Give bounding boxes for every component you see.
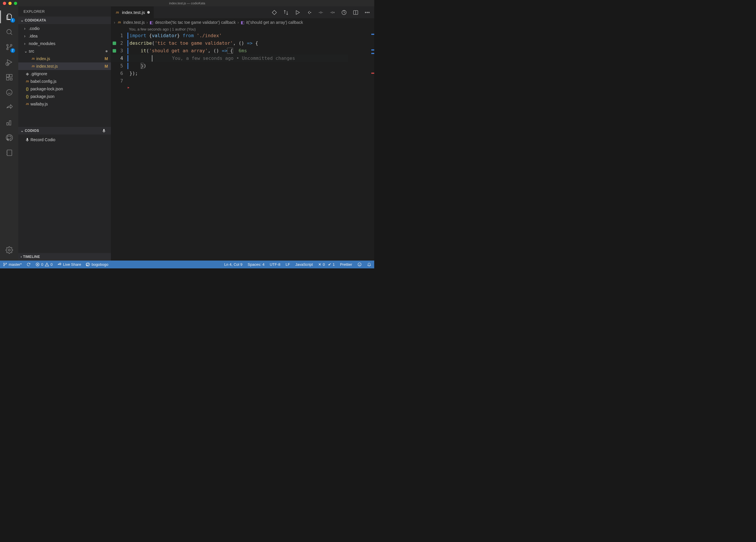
wallaby-icon <box>6 89 13 96</box>
symbol-icon: ◧ <box>150 20 153 25</box>
git-branch-status[interactable]: master* <box>3 262 22 266</box>
step-back-icon[interactable] <box>306 10 312 15</box>
record-codio-label: Record Codio <box>30 137 55 142</box>
codios-section-header[interactable]: ⌄ CODIOS <box>18 127 111 134</box>
file-tree: › .codio › .idea › node_modules ⌄ src ● … <box>18 24 111 108</box>
scm-badge: 2 <box>10 48 15 53</box>
code-line[interactable]: it('should get an array', () => { 6ms <box>128 47 247 55</box>
file-package-lock[interactable]: {} package-lock.json <box>18 85 111 93</box>
zoom-window-button[interactable] <box>14 2 17 5</box>
code-line[interactable]: }) <box>128 62 146 70</box>
sync-status[interactable] <box>26 262 31 266</box>
file-index-test-js[interactable]: JS index.test.js M <box>18 62 111 70</box>
run-icon[interactable] <box>295 10 300 15</box>
line-number: 6 <box>120 70 123 77</box>
share-arrow-icon <box>6 104 13 111</box>
timeline-section-label: TIMELINE <box>23 255 40 259</box>
compare-changes-icon[interactable] <box>283 10 289 15</box>
folder-idea[interactable]: › .idea <box>18 32 111 40</box>
eol-status[interactable]: LF <box>286 262 290 266</box>
close-window-button[interactable] <box>3 2 6 5</box>
code-line[interactable]: }); <box>128 70 138 77</box>
record-codio-item[interactable]: Record Codio <box>18 136 111 144</box>
minimize-window-button[interactable] <box>8 2 12 5</box>
commit-next-icon[interactable] <box>330 10 335 15</box>
search-activity[interactable] <box>2 24 16 39</box>
file-wallaby[interactable]: JS wallaby.js <box>18 100 111 108</box>
svg-rect-10 <box>7 122 8 125</box>
breadcrumb-file[interactable]: index.test.js <box>123 20 145 25</box>
chevron-down-icon: ⌄ <box>21 18 24 22</box>
folder-node-modules[interactable]: › node_modules <box>18 40 111 47</box>
extensions-activity[interactable] <box>2 70 16 85</box>
tabs-row: JS index.test.js <box>111 6 374 18</box>
wallaby-activity[interactable] <box>2 85 16 100</box>
run-debug-activity[interactable] <box>2 55 16 70</box>
file-package-json[interactable]: {} package.json <box>18 93 111 100</box>
encoding-status[interactable]: UTF-8 <box>270 262 280 266</box>
test-results-status[interactable]: ✕ 0 ✔ 1 <box>318 262 335 266</box>
svg-rect-11 <box>9 121 11 125</box>
editor-tab[interactable]: JS index.test.js <box>111 6 154 18</box>
more-actions-icon[interactable] <box>364 10 370 15</box>
cursor-position-status[interactable]: Ln 4, Col 9 <box>224 262 242 266</box>
minimap[interactable] <box>348 32 374 260</box>
dirty-indicator: ● <box>105 49 108 53</box>
extensions-icon <box>6 73 13 81</box>
code-line[interactable]: describe('tic tac toe game validator', (… <box>128 39 258 47</box>
svg-point-17 <box>320 12 322 13</box>
prettier-status[interactable]: Prettier <box>340 262 352 266</box>
notifications-status[interactable] <box>367 262 371 266</box>
svg-point-16 <box>310 12 311 13</box>
breadcrumb-it[interactable]: it('should get an array') callback <box>246 20 303 25</box>
microphone-icon[interactable] <box>102 128 106 133</box>
inline-blame: You, a few seconds ago • Uncommitted cha… <box>172 55 295 61</box>
file-gitignore[interactable]: ◆ .gitignore <box>18 70 111 78</box>
line-number: 3 <box>120 47 123 55</box>
svg-point-28 <box>358 263 361 266</box>
breadcrumb-describe[interactable]: describe('tic tac toe game validator') c… <box>155 20 236 25</box>
svg-point-2 <box>10 44 12 46</box>
bar-chart-icon <box>6 119 13 126</box>
svg-point-0 <box>7 29 11 34</box>
share-activity[interactable] <box>2 100 16 115</box>
file-babel-config[interactable]: JS babel.config.js <box>18 78 111 85</box>
code-editor[interactable]: 1 import {validator} from './index' 2 de… <box>111 32 374 260</box>
notebook-activity[interactable] <box>2 145 16 160</box>
folder-codio[interactable]: › .codio <box>18 25 111 32</box>
line-number: 5 <box>120 62 123 70</box>
feedback-status[interactable] <box>357 262 362 266</box>
settings-activity[interactable] <box>2 242 16 257</box>
code-line[interactable]: import {validator} from './index' <box>128 32 222 39</box>
source-control-activity[interactable]: 2 <box>2 39 16 55</box>
json-file-icon: {} <box>24 87 30 91</box>
dirty-indicator-icon <box>147 11 150 14</box>
commit-prev-icon[interactable] <box>318 10 324 15</box>
folder-src[interactable]: ⌄ src ● <box>18 47 111 55</box>
github-icon <box>86 262 90 266</box>
github-activity[interactable] <box>2 130 16 145</box>
indentation-status[interactable]: Spaces: 4 <box>248 262 264 266</box>
js-file-icon: JS <box>30 56 36 61</box>
timeline-section-header[interactable]: › TIMELINE <box>18 253 111 260</box>
open-changes-icon[interactable] <box>341 10 347 15</box>
modified-status: M <box>105 64 108 69</box>
problems-status[interactable]: 0 0 <box>35 262 53 266</box>
breadcrumbs[interactable]: › JS index.test.js › ◧ describe('tic tac… <box>111 18 374 26</box>
window-title: index.test.js — codioKata <box>169 1 205 5</box>
file-index-js[interactable]: JS index.js M <box>18 55 111 62</box>
split-editor-icon[interactable] <box>353 10 359 15</box>
language-status[interactable]: JavaScript <box>295 262 313 266</box>
svg-point-9 <box>6 89 12 95</box>
feedback-icon <box>357 262 362 266</box>
github-user-status[interactable]: bogobogo <box>86 262 108 266</box>
liveshare-status[interactable]: Live Share <box>57 262 81 266</box>
code-line[interactable]: You, a few seconds ago • Uncommitted cha… <box>128 55 295 62</box>
wallaby-action-icon[interactable] <box>271 10 277 15</box>
git-codelens[interactable]: You, a few seconds ago | 1 author (You) <box>111 26 374 32</box>
project-section-header[interactable]: ⌄ CODIOKATA <box>18 17 111 24</box>
status-bar: master* 0 0 Live Share bogobogo Ln 4, Co… <box>0 260 374 268</box>
coverage-activity[interactable] <box>2 115 16 130</box>
explorer-badge: 1 <box>10 18 15 23</box>
explorer-activity[interactable]: 1 <box>2 9 16 24</box>
